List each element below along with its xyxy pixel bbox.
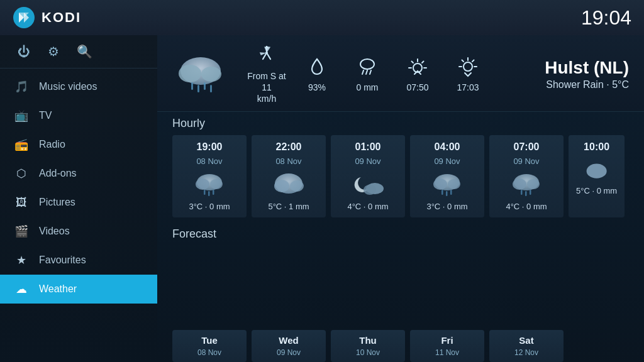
settings-icon[interactable]: ⚙ [48,44,59,59]
forecast-date-sat: 12 Nov [514,348,538,357]
sidebar: ⏻ ⚙ 🔍 🎵 Music videos 📺 TV 📻 Radio ⬡ Add-… [0,35,157,362]
hour-date-2: 08 Nov [275,156,301,166]
svg-rect-52 [521,190,523,195]
sidebar-item-radio[interactable]: 📻 Radio [0,130,157,159]
tv-icon: 📺 [14,108,29,123]
svg-point-33 [196,178,209,190]
svg-rect-53 [525,191,527,196]
forecast-row: Tue 08 Nov Wed 09 Nov Thu 10 Nov Fri 11 … [157,327,644,362]
sidebar-nav: 🎵 Music videos 📺 TV 📻 Radio ⬡ Add-ons 🖼 … [0,69,157,362]
sidebar-item-addons[interactable]: ⬡ Add-ons [0,159,157,188]
forecast-card-fri[interactable]: Fri 11 Nov [410,330,484,362]
humidity-stat: 93% [292,55,342,93]
music-videos-icon: 🎵 [14,79,29,94]
hourly-row: 19:00 08 Nov 3°C · 0 mm 22:00 [157,133,644,222]
hour-date-3: 09 Nov [355,156,380,166]
forecast-card-sat[interactable]: Sat 12 Nov [489,330,564,362]
sidebar-label-weather: Weather [39,283,77,295]
hour-temp-1: 3°C · 0 mm [189,202,230,211]
svg-rect-36 [208,191,210,196]
hour-card-3[interactable]: 01:00 09 Nov 4°C · 0 mm [331,135,405,217]
sidebar-item-videos[interactable]: 🎬 Videos [0,217,157,246]
svg-line-24 [422,62,424,63]
sidebar-item-pictures[interactable]: 🖼 Pictures [0,188,157,217]
svg-rect-48 [450,190,452,195]
hour-time-3: 01:00 [355,141,381,153]
pictures-icon: 🖼 [14,195,29,210]
sidebar-item-music-videos[interactable]: 🎵 Music videos [0,72,157,101]
sunset-value: 17:03 [457,82,479,93]
hour-card-2[interactable]: 22:00 08 Nov 5°C · 1 mm [252,135,326,217]
svg-point-5 [179,65,201,82]
sidebar-label-tv: TV [39,110,52,121]
hourly-wrapper: 19:00 08 Nov 3°C · 0 mm 22:00 [157,133,644,222]
search-icon[interactable]: 🔍 [77,44,92,59]
sidebar-item-tv[interactable]: 📺 TV [0,101,157,130]
svg-point-34 [210,179,223,189]
wind-stat: From S at 11 km/h [242,44,292,105]
cloud-rain-main-icon [172,51,229,98]
kodi-logo-icon [13,6,35,29]
svg-point-26 [464,62,472,71]
sunrise-stat: 07:50 [392,55,443,93]
forecast-card-wed[interactable]: Wed 09 Nov [252,330,326,362]
hour-card-5[interactable]: 07:00 09 Nov 4°C · 0 mm [489,135,564,217]
sunrise-icon [406,55,429,78]
svg-rect-7 [191,82,193,90]
svg-point-42 [364,185,376,195]
power-icon[interactable]: ⏻ [18,45,30,59]
svg-line-23 [412,62,414,63]
forecast-day-thu: Thu [359,335,377,346]
svg-rect-47 [446,191,448,196]
hour-date-1: 08 Nov [196,156,222,166]
svg-point-55 [586,163,606,178]
sidebar-item-favourites[interactable]: ★ Favourites [0,246,157,275]
svg-point-51 [527,179,540,189]
hour-time-1: 19:00 [197,141,223,153]
svg-rect-54 [530,190,531,195]
hour-icon-5 [509,170,544,198]
topbar-left: KODI [13,6,81,29]
sidebar-label-pictures: Pictures [39,197,75,208]
sidebar-label-music-videos: Music videos [39,81,97,92]
rain-value: 0 mm [357,82,379,93]
hour-icon-2 [272,170,306,198]
svg-line-18 [370,70,371,74]
svg-point-6 [201,67,221,82]
hour-temp-6: 5°C · 0 mm [576,186,617,195]
app-title: KODI [42,9,81,26]
svg-rect-10 [210,85,212,92]
humidity-value: 93% [308,82,326,93]
forecast-date-wed: 09 Nov [277,348,301,357]
sidebar-top-icons: ⏻ ⚙ 🔍 [0,35,157,69]
wind-icon [255,44,278,67]
addons-icon: ⬡ [14,166,29,181]
svg-line-16 [362,70,364,74]
videos-icon: 🎬 [14,224,29,239]
hour-card-1[interactable]: 19:00 08 Nov 3°C · 0 mm [172,135,247,217]
hour-temp-5: 4°C · 0 mm [506,202,547,211]
hour-time-6: 10:00 [584,141,609,153]
hour-temp-3: 4°C · 0 mm [347,202,388,211]
svg-point-40 [290,180,304,192]
forecast-card-thu[interactable]: Thu 10 Nov [331,330,405,362]
sidebar-label-favourites: Favourites [39,255,86,266]
sunset-stat: 17:03 [443,55,493,93]
hourly-section-label: Hourly [157,112,644,133]
humidity-icon [306,55,328,78]
hour-temp-2: 5°C · 1 mm [268,202,309,211]
svg-point-14 [265,52,268,54]
forecast-card-tue[interactable]: Tue 08 Nov [172,330,247,362]
forecast-day-tue: Tue [201,335,218,346]
hour-icon-6 [584,160,609,182]
hour-card-4[interactable]: 04:00 09 Nov 3°C · 0 mm [410,135,484,217]
hour-temp-4: 3°C · 0 mm [426,202,467,211]
radio-icon: 📻 [14,137,29,152]
svg-point-45 [448,179,460,189]
sidebar-item-weather[interactable]: ☁ Weather [0,275,157,304]
rain-icon [356,55,379,78]
hour-card-6[interactable]: 10:00 5°C · 0 mm [569,135,625,217]
svg-point-50 [513,178,526,190]
wind-value: From S at 11 km/h [242,70,292,105]
svg-rect-37 [213,190,214,195]
